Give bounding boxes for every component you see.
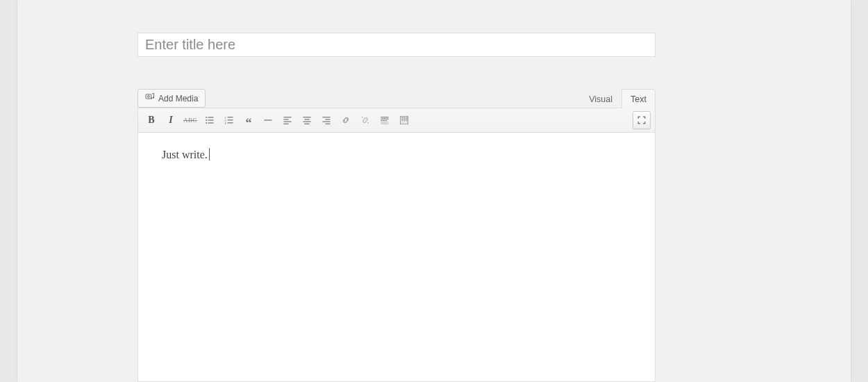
numbered-list-button[interactable]: 1 2 3 (220, 111, 238, 129)
bold-button[interactable]: B (142, 111, 160, 129)
svg-rect-30 (381, 119, 388, 119)
insert-link-button[interactable] (337, 111, 355, 129)
svg-rect-45 (406, 122, 407, 123)
svg-rect-25 (322, 117, 330, 117)
unlink-button[interactable] (356, 111, 374, 129)
svg-rect-0 (146, 94, 151, 99)
align-left-button[interactable] (278, 111, 297, 129)
svg-point-6 (206, 119, 207, 121)
svg-point-2 (151, 97, 152, 99)
svg-rect-42 (406, 119, 407, 121)
svg-rect-31 (381, 120, 382, 121)
editor-mode-tabs: Visual Text (580, 88, 656, 108)
numbered-list-icon: 1 2 3 (224, 115, 235, 126)
svg-rect-15 (228, 122, 233, 123)
svg-rect-18 (283, 119, 288, 119)
svg-text:3: 3 (225, 122, 227, 125)
align-right-button[interactable] (317, 111, 335, 129)
unlink-icon (360, 115, 371, 126)
align-center-icon (301, 115, 312, 126)
blockquote-button[interactable]: “ (240, 111, 258, 129)
editor-column: Add Media Visual Text B I ABC (137, 0, 656, 382)
svg-rect-16 (264, 119, 272, 120)
media-tabs-row: Add Media Visual Text (137, 88, 656, 108)
italic-button[interactable]: I (162, 111, 180, 129)
text-cursor (209, 148, 210, 160)
horizontal-rule-icon (262, 115, 274, 126)
svg-rect-38 (403, 117, 405, 119)
svg-point-1 (148, 96, 150, 98)
svg-rect-11 (228, 117, 233, 117)
svg-rect-27 (322, 122, 330, 122)
bullet-list-icon (204, 115, 215, 126)
svg-rect-24 (304, 124, 309, 124)
horizontal-rule-button[interactable] (259, 111, 277, 129)
tab-visual[interactable]: Visual (580, 89, 621, 108)
svg-rect-35 (381, 124, 388, 124)
post-title-input[interactable] (137, 33, 656, 57)
svg-rect-21 (303, 117, 310, 117)
svg-rect-32 (383, 120, 385, 121)
svg-point-3 (153, 97, 154, 99)
editor-body-text: Just write. (162, 149, 208, 160)
align-center-button[interactable] (298, 111, 316, 129)
svg-rect-40 (401, 119, 403, 121)
svg-rect-9 (208, 122, 214, 123)
strikethrough-button[interactable]: ABC (181, 111, 199, 129)
strikethrough-icon: ABC (183, 117, 197, 124)
bullet-list-button[interactable] (201, 111, 219, 129)
editor-toolbar: B I ABC 1 2 (138, 108, 655, 133)
page-wrap: Add Media Visual Text B I ABC (17, 0, 851, 382)
insert-more-icon (379, 115, 390, 126)
svg-point-4 (206, 117, 207, 118)
svg-rect-5 (208, 117, 214, 117)
svg-rect-41 (403, 119, 405, 121)
svg-rect-7 (208, 119, 214, 120)
toolbar-toggle-button[interactable] (395, 111, 413, 129)
svg-rect-20 (283, 124, 288, 124)
editor-frame: B I ABC 1 2 (137, 108, 656, 382)
fullscreen-icon (637, 115, 646, 125)
toolbar-toggle-icon (399, 115, 410, 126)
align-right-icon (321, 115, 332, 126)
svg-rect-39 (406, 117, 407, 119)
svg-rect-44 (403, 122, 405, 123)
add-media-button[interactable]: Add Media (137, 89, 206, 108)
editor-content-area[interactable]: Just write. (138, 133, 655, 381)
svg-rect-13 (228, 119, 233, 120)
align-left-icon (282, 115, 293, 126)
svg-rect-26 (325, 119, 330, 119)
italic-icon: I (169, 115, 172, 126)
insert-more-button[interactable] (376, 111, 394, 129)
tab-text[interactable]: Text (621, 89, 656, 108)
add-media-label: Add Media (158, 94, 198, 103)
svg-rect-43 (401, 122, 403, 123)
fullscreen-button[interactable] (633, 111, 651, 129)
svg-rect-23 (303, 122, 310, 122)
svg-rect-37 (401, 117, 403, 119)
svg-rect-17 (283, 117, 291, 117)
svg-rect-22 (304, 119, 309, 119)
camera-music-icon (145, 92, 155, 104)
svg-point-8 (206, 122, 207, 124)
svg-rect-33 (385, 120, 387, 121)
link-icon (340, 115, 351, 126)
svg-rect-34 (381, 122, 388, 122)
svg-rect-19 (283, 122, 291, 122)
svg-rect-29 (381, 117, 388, 117)
svg-rect-28 (325, 124, 330, 124)
bold-icon: B (148, 115, 154, 126)
